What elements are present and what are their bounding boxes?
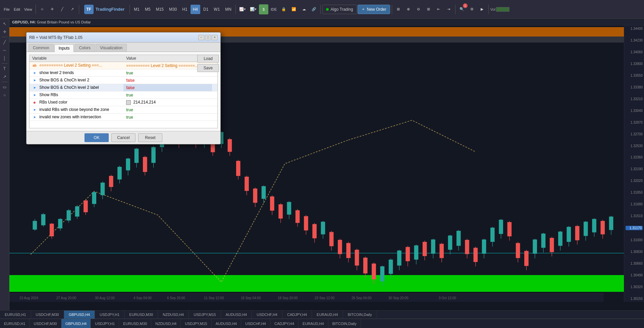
lt-ellipse[interactable]: ○ — [1, 91, 8, 99]
lt-cursor[interactable]: ↖ — [1, 20, 8, 27]
status-tab-nzdusd-h4[interactable]: NZDUSD,H4 — [158, 311, 189, 319]
cloud-btn[interactable]: ☁ — [299, 4, 309, 14]
marketwatch-btn[interactable]: ▶ — [477, 4, 487, 14]
inst-euraud-h4[interactable]: EURAUD,H4 — [299, 319, 328, 328]
status-tab-usdjpy-m15[interactable]: USDJPY,M15 — [189, 311, 221, 319]
tf-m5[interactable]: M5 — [143, 5, 153, 14]
status-tab-usdchf-m30[interactable]: USDCHF,M30 — [31, 311, 64, 319]
inst-audusd-h4[interactable]: AUDUSD,H4 — [212, 319, 241, 328]
tf-m30[interactable]: M30 — [167, 5, 179, 14]
modal-close-btn[interactable]: × — [212, 35, 218, 40]
status-tab-eurusd-h1[interactable]: EURUSD,H1 — [0, 311, 31, 319]
modal-footer: OK Cancel Reset — [26, 131, 220, 144]
menu-edit[interactable]: Edit — [12, 4, 22, 14]
lt-text[interactable]: T — [1, 65, 8, 72]
lt-arrow[interactable]: ↗ — [1, 73, 8, 80]
status-tab-cadjpy-h4[interactable]: CADJPY,H4 — [282, 311, 312, 319]
grid-btn[interactable]: ⊞ — [424, 4, 433, 14]
sep2 — [79, 5, 79, 14]
load-button[interactable]: Load — [197, 55, 219, 63]
cancel-button[interactable]: Cancel — [111, 133, 136, 142]
lt-sep3 — [2, 82, 8, 82]
objects-btn[interactable]: $ — [259, 4, 268, 14]
inst-cadjpy-h4[interactable]: CADJPY,H4 — [270, 319, 299, 328]
signal-btn[interactable]: 📶 — [289, 4, 299, 14]
modal-restore-btn[interactable]: □ — [205, 35, 211, 40]
inst-eurusd-h1[interactable]: EURUSD,H1 — [0, 319, 30, 328]
color-swatch-1[interactable] — [126, 100, 131, 105]
modal-tab-common[interactable]: Common — [29, 44, 54, 52]
properties-btn[interactable]: ⚙ — [467, 4, 477, 14]
tf-d1[interactable]: D1 — [201, 5, 211, 14]
market-btn[interactable]: 🔗 — [309, 4, 319, 14]
lt-hline[interactable]: ─ — [1, 47, 8, 54]
tf-m15[interactable]: M15 — [154, 5, 166, 14]
modal-tab-colors[interactable]: Colors — [74, 44, 95, 52]
tf-m1[interactable]: M1 — [131, 5, 142, 14]
variable-table-wrapper[interactable]: Variable Value ab ========== Level 2 Set… — [29, 55, 218, 128]
price-6: 1.33380 — [626, 85, 643, 89]
inst-nzdusd-h4[interactable]: NZDUSD,H4 — [151, 319, 181, 328]
modal-minimize-btn[interactable]: − — [198, 35, 204, 40]
lt-crosshair[interactable]: ✛ — [1, 28, 8, 36]
menu-view[interactable]: View — [22, 4, 34, 14]
time-label-2: 27 Aug 20:00 — [56, 296, 76, 300]
crosshair-tool[interactable]: ✛ — [48, 4, 57, 14]
lt-vline[interactable]: │ — [1, 55, 8, 62]
search-btn[interactable]: 🔍 1 — [457, 4, 467, 14]
status-tab-audusd-h4[interactable]: AUDUSD,H4 — [221, 311, 252, 319]
inst-usdjpy-m15[interactable]: USDJPY,M15 — [181, 319, 211, 328]
svg-rect-29 — [151, 147, 156, 163]
svg-rect-103 — [465, 240, 469, 254]
status-tab-euraud-h4[interactable]: EURAUD,H4 — [312, 311, 343, 319]
icon-diamond-1: ◆ — [32, 100, 37, 105]
scroll-right-btn[interactable]: ⇥ — [444, 4, 453, 14]
ok-button[interactable]: OK — [85, 133, 109, 142]
var-cell-3: ➤ Show BOS & ChoCh level 2 — [30, 77, 123, 84]
cursor-tool[interactable]: ⊹ — [38, 4, 47, 14]
tf-w1[interactable]: W1 — [211, 5, 222, 14]
zoom-out-btn[interactable]: ⊖ — [414, 4, 423, 14]
line-tool[interactable]: ╱ — [58, 4, 67, 14]
price-7: 1.33210 — [626, 97, 643, 101]
reset-button[interactable]: Reset — [138, 133, 162, 142]
modal-tab-inputs[interactable]: Inputs — [54, 44, 74, 52]
svg-rect-105 — [473, 248, 478, 262]
tf-h4[interactable]: H4 — [191, 5, 200, 14]
menu-file[interactable]: File — [2, 4, 11, 14]
new-order-btn[interactable]: ＋ New Order — [358, 5, 390, 14]
status-tab-usdchf-h4[interactable]: USDCHF,H4 — [252, 311, 282, 319]
draw-tool[interactable]: ↗ — [68, 4, 77, 14]
status-tab-gbpusd-h4[interactable]: GBPUSD,H4 — [64, 311, 95, 319]
inst-gbpusd-h4[interactable]: GBPUSD,H4 — [61, 319, 91, 328]
zoom-objects-btn[interactable]: ⊞ — [394, 4, 403, 14]
inst-bitcoin-daily[interactable]: BITCOIN,Daily — [328, 319, 361, 328]
inst-usdjpy-h1[interactable]: USDJPY,H1 — [91, 319, 119, 328]
ide-btn[interactable]: IDE — [269, 4, 278, 14]
price-3: 1.34060 — [626, 50, 643, 54]
status-tab-usdjpy-h1[interactable]: USDJPY,H1 — [95, 311, 124, 319]
zoom-in-btn[interactable]: ⊕ — [404, 4, 413, 14]
save-button[interactable]: Save — [197, 64, 219, 72]
scroll-left-btn[interactable]: ⇤ — [434, 4, 443, 14]
status-tab-bitcoin-daily[interactable]: BITCOIN,Daily — [343, 311, 377, 319]
status-tab-eurusd-m30[interactable]: EURUSD,M30 — [124, 311, 158, 319]
tf-mn[interactable]: MN — [223, 5, 234, 14]
indicators-btn[interactable]: 📊▾ — [248, 4, 258, 14]
lock-btn[interactable]: 🔒 — [279, 4, 288, 14]
modal-tab-visualization[interactable]: Visualization — [96, 44, 127, 52]
inst-usdchf-m30[interactable]: USDCHF,M30 — [30, 319, 61, 328]
lt-line[interactable]: ╱ — [1, 39, 8, 46]
inst-usdchf-h4[interactable]: USDCHF,H4 — [241, 319, 270, 328]
svg-rect-135 — [601, 221, 605, 234]
svg-rect-55 — [262, 186, 266, 199]
tf-h1[interactable]: H1 — [180, 5, 190, 14]
svg-rect-75 — [346, 243, 351, 258]
modal-titlebar[interactable]: RB + Void MT5 By TFlab 1.05 − □ × — [26, 32, 220, 43]
algo-trading-btn[interactable]: OK Algo Trading — [322, 5, 357, 14]
svg-rect-65 — [304, 216, 308, 230]
icon-arrow-3: ➤ — [32, 85, 37, 90]
chart-type-btn[interactable]: 📈▾ — [237, 4, 248, 14]
lt-rect[interactable]: ▭ — [1, 83, 8, 91]
inst-eurusd-m30[interactable]: EURUSD,M30 — [119, 319, 151, 328]
